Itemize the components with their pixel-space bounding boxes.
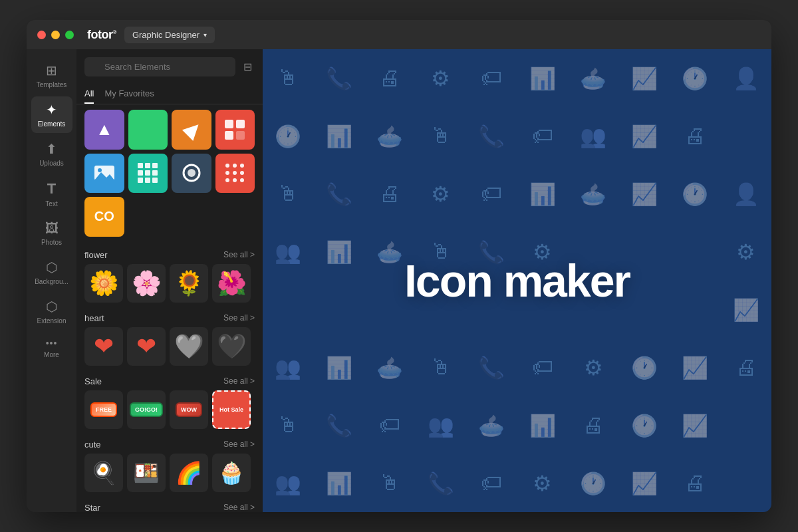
canvas-icon: 🖱 <box>416 107 467 165</box>
heart-sticker-dark[interactable]: 🖤 <box>212 327 251 366</box>
category-co[interactable]: CO <box>84 197 124 237</box>
sidebar-item-photos[interactable]: 🖼 Photos <box>31 215 72 251</box>
uploads-label: Uploads <box>39 160 64 167</box>
heart-title: heart <box>84 313 104 323</box>
svg-rect-11 <box>145 170 150 176</box>
heart-sticker-silver[interactable]: 🩶 <box>170 327 208 366</box>
sidebar-item-elements[interactable]: ✦ Elements <box>31 96 72 133</box>
svg-point-23 <box>240 171 244 175</box>
templates-label: Templates <box>37 81 67 88</box>
mosaic-icon <box>136 162 159 184</box>
canvas-icon: 🖱 <box>416 338 467 396</box>
canvas-icon: 📞 <box>416 454 467 512</box>
close-button[interactable] <box>37 31 46 39</box>
heart-sticker-pink[interactable]: ❤ <box>127 327 166 366</box>
cute-sticker-rainbow[interactable]: 🌈 <box>170 454 208 492</box>
canvas-icon: 👤 <box>721 49 772 107</box>
star-see-all[interactable]: See all > <box>223 503 255 512</box>
canvas-icon: 📞 <box>314 49 365 107</box>
flower-see-all[interactable]: See all > <box>223 250 255 259</box>
canvas-icon: 📞 <box>466 107 517 165</box>
photo-icon <box>93 163 116 183</box>
svg-point-24 <box>225 178 229 182</box>
category-circle[interactable] <box>172 154 211 194</box>
search-wrapper: 🔍 <box>84 57 235 76</box>
app-mode-label: Graphic Designer <box>132 30 200 40</box>
sidebar-item-background[interactable]: ⬡ Backgrou... <box>31 254 72 291</box>
cute-sticker-sushi[interactable]: 🍱 <box>127 454 166 492</box>
flower-sticker-4[interactable]: 🌺 <box>212 264 251 303</box>
templates-icon: ⊞ <box>46 63 57 78</box>
flower-sticker-3[interactable]: 🌻 <box>170 264 208 303</box>
category-lines[interactable] <box>128 110 168 150</box>
canvas-icon: 📊 <box>314 338 365 396</box>
sidebar-item-templates[interactable]: ⊞ Templates <box>31 57 72 94</box>
sale-sticker-hotsale[interactable]: Hot Sale <box>212 390 251 429</box>
heart-stickers: ❤ ❤ 🩶 🖤 <box>76 327 263 366</box>
canvas-icon: 📈 <box>619 454 670 512</box>
background-label: Backgrou... <box>35 278 68 285</box>
svg-point-17 <box>188 169 196 177</box>
free-badge: FREE <box>90 402 117 417</box>
canvas-icon: ⚙ <box>721 223 772 281</box>
sale-sticker-gogo[interactable]: GO!GO! <box>127 390 166 429</box>
svg-rect-2 <box>225 131 233 140</box>
canvas-icon: 🕐 <box>670 49 721 107</box>
canvas-icon: 👥 <box>263 223 314 281</box>
canvas-icon: 🏷 <box>466 165 517 223</box>
elements-icon: ✦ <box>46 102 57 118</box>
flower-title: flower <box>84 250 108 260</box>
cute-sticker-cupcake[interactable]: 🧁 <box>212 454 251 492</box>
minimize-button[interactable] <box>51 31 60 39</box>
category-photo[interactable] <box>84 154 124 194</box>
heart-see-all[interactable]: See all > <box>223 313 255 323</box>
category-triangle[interactable]: ▲ <box>84 110 124 150</box>
canvas-icon: 📞 <box>314 165 365 223</box>
star-section-header: Star See all > <box>76 497 263 513</box>
tab-favorites[interactable]: My Favorites <box>104 84 154 104</box>
tab-all[interactable]: All <box>84 84 94 104</box>
cute-stickers: 🍳 🍱 🌈 🧁 <box>76 454 263 492</box>
heart-sticker-red[interactable]: ❤ <box>84 327 123 366</box>
canvas-icon: 🥧 <box>364 338 416 396</box>
canvas-icon: ⚙ <box>568 338 619 396</box>
category-mosaic[interactable] <box>128 154 168 194</box>
canvas-icon: 🏷 <box>466 454 517 512</box>
canvas-icon: 📈 <box>670 338 721 396</box>
sale-stickers: FREE GO!GO! WOW Hot Sale <box>76 390 263 429</box>
canvas-center-text: Icon maker <box>404 255 630 307</box>
canvas-icon: 👥 <box>263 338 314 396</box>
flower-sticker-2[interactable]: 🌸 <box>127 264 166 303</box>
canvas-icon: 🏷 <box>466 49 517 107</box>
app-mode-dropdown[interactable]: Graphic Designer ▾ <box>124 27 215 43</box>
chart-icon <box>223 118 246 141</box>
canvas-icon: 📈 <box>619 107 670 165</box>
category-dots[interactable] <box>215 154 255 194</box>
sale-sticker-wow[interactable]: WOW <box>170 390 208 429</box>
maximize-button[interactable] <box>65 31 74 39</box>
text-label: Text <box>45 200 57 207</box>
canvas-icon: 🖨 <box>568 396 619 454</box>
canvas-icon: 📞 <box>314 396 365 454</box>
sidebar-item-extension[interactable]: ⬡ Extension <box>31 293 72 330</box>
cute-sticker-egg[interactable]: 🍳 <box>84 454 123 492</box>
sidebar-item-text[interactable]: T Text <box>31 175 72 213</box>
canvas-icon: 📊 <box>517 165 569 223</box>
cute-see-all[interactable]: See all > <box>223 440 255 449</box>
app-logo: fotor® <box>87 28 116 42</box>
sidebar-item-more[interactable]: ••• More <box>31 332 72 364</box>
category-chart[interactable] <box>215 110 255 150</box>
flower-sticker-1[interactable]: 🌼 <box>84 264 123 303</box>
svg-rect-13 <box>138 178 143 183</box>
canvas-icon: 🏷 <box>517 107 569 165</box>
svg-point-20 <box>240 164 244 168</box>
search-input[interactable] <box>84 57 235 76</box>
sidebar-item-uploads[interactable]: ⬆ Uploads <box>31 136 72 172</box>
category-brush[interactable]: ▶ <box>172 110 211 150</box>
filter-button[interactable]: ⊟ <box>241 58 255 76</box>
sale-sticker-free[interactable]: FREE <box>84 390 123 429</box>
sale-see-all[interactable]: See all > <box>223 376 255 386</box>
canvas-icon: 🥧 <box>568 165 619 223</box>
heart-section-header: heart See all > <box>76 308 263 327</box>
icon-maker-heading: Icon maker <box>404 255 630 307</box>
